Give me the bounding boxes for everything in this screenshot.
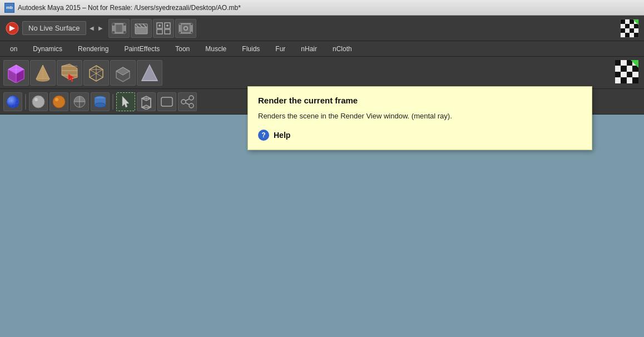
- open-mesh-svg: [113, 63, 133, 83]
- menu-item-muscle[interactable]: Muscle: [197, 43, 234, 55]
- svg-line-65: [90, 73, 96, 77]
- wire-cube-svg: [86, 63, 106, 83]
- wire-cube-btn[interactable]: [83, 60, 109, 86]
- svg-point-18: [166, 24, 169, 27]
- half-circle-btn[interactable]: [70, 92, 89, 111]
- svg-marker-102: [122, 96, 129, 107]
- svg-point-96: [53, 96, 65, 108]
- svg-rect-42: [630, 33, 634, 37]
- film2-icon-btn[interactable]: [175, 19, 196, 38]
- render-checkerboard-svg: [615, 60, 638, 83]
- rounded-rect-svg: [159, 94, 175, 110]
- svg-point-101: [95, 103, 106, 107]
- svg-rect-38: [630, 28, 634, 33]
- menubar: on Dynamics Rendering PaintEffects Toon …: [0, 41, 644, 57]
- svg-line-112: [186, 99, 189, 101]
- svg-rect-6: [123, 31, 126, 33]
- tooltip: Render the current frame Renders the sce…: [247, 86, 592, 150]
- svg-rect-16: [165, 29, 170, 34]
- svg-point-17: [158, 24, 161, 27]
- toolbar-row2: [0, 57, 644, 89]
- svg-point-110: [181, 100, 186, 104]
- svg-rect-22: [179, 32, 181, 33]
- rounded-rect-btn[interactable]: [157, 92, 176, 111]
- tooltip-help-row: ? Help: [258, 130, 582, 141]
- svg-point-95: [34, 98, 38, 101]
- svg-point-91: [7, 96, 19, 108]
- file-icon-label: mb: [6, 5, 13, 10]
- svg-rect-4: [123, 23, 126, 26]
- gray-sphere-btn[interactable]: [29, 92, 48, 111]
- menu-item-painteffects[interactable]: PaintEffects: [116, 43, 167, 55]
- menu-item-fur[interactable]: Fur: [267, 43, 293, 55]
- menu-item-nhair[interactable]: nHair: [293, 43, 325, 55]
- svg-rect-88: [627, 77, 632, 83]
- svg-rect-29: [625, 19, 630, 24]
- open-mesh-btn[interactable]: [110, 60, 136, 86]
- svg-rect-30: [630, 19, 634, 24]
- menu-item-rendering[interactable]: Rendering: [70, 43, 116, 55]
- svg-line-62: [90, 70, 96, 73]
- svg-rect-80: [627, 66, 632, 72]
- polygon-cube-btn[interactable]: [3, 60, 29, 86]
- svg-rect-20: [179, 23, 181, 25]
- svg-rect-39: [634, 28, 638, 33]
- triangle-btn[interactable]: [137, 60, 162, 86]
- help-icon[interactable]: ?: [258, 130, 269, 141]
- mesh-arrow-btn[interactable]: [57, 60, 82, 86]
- right-arrow-button[interactable]: ▶: [97, 25, 104, 31]
- svg-rect-83: [621, 72, 627, 77]
- file-icon: mb: [4, 3, 14, 13]
- svg-line-113: [186, 103, 189, 105]
- separator: [25, 94, 26, 110]
- grid-svg: [156, 22, 171, 35]
- svg-rect-7: [116, 24, 122, 32]
- mesh-cone-svg: [33, 63, 53, 83]
- svg-rect-34: [630, 24, 634, 28]
- clapperboard-icon-btn[interactable]: [131, 19, 152, 38]
- svg-rect-37: [625, 28, 630, 33]
- mesh-arrow-svg: [60, 63, 80, 83]
- left-arrow-button[interactable]: ◀: [88, 25, 95, 31]
- grid-icon-btn[interactable]: [153, 19, 174, 38]
- cursor-svg: [118, 94, 133, 110]
- blue-cylinder-btn[interactable]: [91, 92, 110, 111]
- svg-rect-43: [634, 33, 638, 37]
- svg-point-109: [189, 96, 194, 100]
- mesh-cone-btn[interactable]: [30, 60, 56, 86]
- svg-line-66: [96, 73, 103, 77]
- svg-point-94: [32, 96, 44, 108]
- menu-item-fluids[interactable]: Fluids: [234, 43, 267, 55]
- menu-item-toon[interactable]: Toon: [167, 43, 197, 55]
- 3d-box-btn[interactable]: [137, 92, 156, 111]
- menu-item-dynamics[interactable]: Dynamics: [25, 43, 70, 55]
- menu-item-on[interactable]: on: [2, 43, 25, 55]
- title-bar: mb Autodesk Maya 2015 – Not for Resale: …: [0, 0, 644, 16]
- svg-rect-85: [632, 72, 638, 77]
- svg-rect-35: [634, 24, 638, 28]
- tooltip-title: Render the current frame: [258, 96, 582, 105]
- sphere-btn[interactable]: [3, 92, 22, 111]
- playback-icons: [108, 19, 196, 38]
- tooltip-body: Renders the scene in the Render View win…: [258, 111, 582, 122]
- separator2: [112, 94, 113, 110]
- orange-sphere-svg: [51, 94, 67, 110]
- snap-icon[interactable]: [4, 21, 20, 36]
- svg-rect-32: [621, 24, 625, 28]
- orange-sphere-btn[interactable]: [49, 92, 68, 111]
- filmstrip-svg: [111, 22, 127, 35]
- share-btn[interactable]: [178, 92, 197, 111]
- svg-rect-41: [625, 33, 630, 37]
- svg-rect-21: [191, 23, 192, 25]
- filmstrip-icon-btn[interactable]: [108, 19, 130, 38]
- triangle-svg: [140, 63, 160, 83]
- svg-rect-33: [625, 24, 630, 28]
- svg-rect-108: [161, 97, 172, 106]
- svg-rect-84: [627, 72, 632, 77]
- tooltip-help-label[interactable]: Help: [274, 131, 290, 140]
- half-circle-svg: [72, 94, 87, 110]
- svg-rect-87: [621, 77, 627, 83]
- no-live-surface-button[interactable]: No Live Surface: [22, 21, 86, 35]
- cursor-tool-btn[interactable]: [116, 92, 135, 111]
- menu-item-ncloth[interactable]: nCloth: [325, 43, 360, 55]
